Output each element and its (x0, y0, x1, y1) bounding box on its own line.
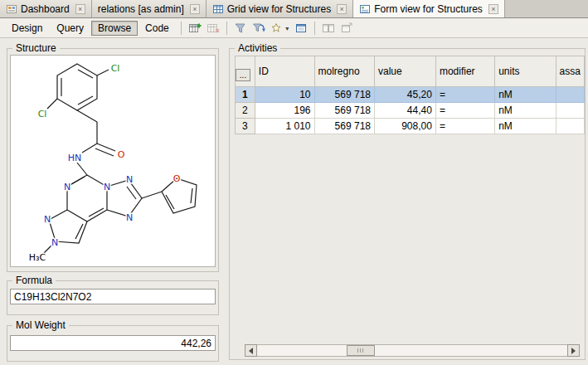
cell-molregno[interactable]: 569 718 (314, 119, 374, 134)
row-header[interactable]: 3 (236, 119, 255, 134)
tab-label: Form view for Structures (374, 3, 483, 15)
toolbar-separator (181, 22, 182, 35)
tab-grid-view[interactable]: Grid view for Structures × (207, 0, 353, 17)
design-button[interactable]: Design (5, 21, 49, 36)
scroll-right-button[interactable] (567, 344, 580, 357)
scrollbar-track[interactable] (257, 344, 567, 357)
cell-units[interactable]: nM (495, 119, 556, 134)
atom-label: HN (68, 153, 82, 163)
edit-filter-icon[interactable] (250, 20, 267, 36)
new-view-icon[interactable] (187, 20, 203, 36)
cell-units[interactable]: nM (495, 103, 556, 119)
cell-units[interactable]: nM (495, 87, 556, 103)
tab-close-icon[interactable]: × (75, 4, 85, 14)
scroll-right-icon (571, 348, 576, 354)
atom-label: N (104, 182, 110, 192)
activities-group: Activities ... ID molregno value modifie… (229, 48, 586, 360)
views-icon[interactable] (205, 20, 221, 36)
structure-group-title: Structure (12, 42, 60, 54)
atom-label: O (118, 149, 125, 160)
atom-label: Cl (38, 109, 47, 119)
toolbar-separator (314, 22, 315, 35)
formula-group-title: Formula (12, 275, 56, 286)
cell-modifier[interactable]: = (435, 87, 494, 103)
cell-assay[interactable] (556, 119, 584, 134)
grid-view-icon (212, 3, 224, 15)
favorites-icon[interactable]: ▾ (269, 20, 291, 36)
windows-icon[interactable] (293, 20, 309, 36)
activities-table: ... ID molregno value modifier units ass… (235, 56, 585, 134)
scroll-left-icon (249, 348, 253, 354)
table-row[interactable]: 1 10 569 718 45,20 = nM (236, 87, 585, 103)
cell-value[interactable]: 908,00 (375, 119, 436, 134)
structure-drawing: Cl Cl O HN N N N N O N N H₃C (11, 56, 215, 266)
table-row[interactable]: 3 1 010 569 718 908,00 = nM (236, 119, 585, 134)
mol-weight-field[interactable] (10, 335, 216, 351)
column-header-molregno[interactable]: molregno (314, 56, 374, 87)
tab-label: relations [as admin] (98, 3, 184, 15)
scrollbar-thumb[interactable] (347, 345, 375, 356)
document-tab-bar: Dashboard × relations [as admin] × Grid … (0, 0, 588, 18)
tab-dashboard[interactable]: Dashboard × (0, 0, 92, 17)
mol-weight-group: Mol Weight (7, 325, 219, 362)
tab-form-view[interactable]: Form view for Structures × (353, 0, 505, 17)
cell-modifier[interactable]: = (435, 119, 494, 134)
structure-group: Structure (7, 48, 219, 272)
atom-label: N (44, 214, 51, 225)
cell-assay[interactable] (556, 103, 584, 119)
atom-label: N (51, 237, 58, 248)
atom-label: N (64, 182, 70, 192)
column-header-value[interactable]: value (375, 56, 436, 87)
atom-label: N (126, 174, 133, 185)
cell-id[interactable]: 196 (255, 103, 314, 119)
atom-label: O (173, 173, 181, 184)
tab-label: Dashboard (21, 3, 70, 15)
atom-label: H₃C (29, 252, 46, 263)
cell-assay[interactable] (556, 87, 584, 103)
form-view-icon (359, 3, 371, 15)
mol-weight-group-title: Mol Weight (12, 319, 69, 331)
tab-label: Grid view for Structures (227, 3, 331, 15)
formula-group: Formula (7, 280, 219, 315)
atom-label: Cl (111, 63, 120, 74)
tab-relations[interactable]: relations [as admin] × (92, 0, 207, 17)
code-button[interactable]: Code (138, 21, 176, 36)
cell-value[interactable]: 45,20 (375, 87, 436, 103)
formula-field[interactable] (10, 289, 216, 304)
column-header-assay[interactable]: assa (556, 56, 584, 87)
filter-icon[interactable] (232, 20, 249, 36)
row-header[interactable]: 2 (236, 103, 255, 119)
column-header-id[interactable]: ID (255, 56, 314, 87)
row-header[interactable]: 1 (236, 87, 255, 103)
toolbar-separator (226, 22, 227, 35)
horizontal-scrollbar[interactable] (245, 344, 580, 357)
tab-close-icon[interactable]: × (190, 4, 200, 14)
cell-id[interactable]: 1 010 (255, 119, 314, 134)
structure-viewer[interactable]: Cl Cl O HN N N N N O N N H₃C (10, 55, 216, 267)
table-header-row: ... ID molregno value modifier units ass… (236, 56, 585, 87)
cell-value[interactable]: 44,40 (375, 103, 436, 119)
table-row[interactable]: 2 196 569 718 44,40 = nM (236, 103, 585, 119)
cell-id[interactable]: 10 (255, 87, 314, 103)
column-header-units[interactable]: units (495, 56, 556, 87)
column-chooser-button[interactable]: ... (236, 69, 250, 81)
cell-modifier[interactable]: = (435, 103, 494, 119)
cell-molregno[interactable]: 569 718 (314, 103, 374, 119)
scroll-left-button[interactable] (245, 344, 257, 357)
browse-button[interactable]: Browse (91, 21, 138, 36)
cell-molregno[interactable]: 569 718 (314, 87, 374, 103)
dashboard-icon (6, 3, 17, 15)
atom-label: N (126, 212, 133, 223)
tab-close-icon[interactable]: × (488, 4, 498, 14)
query-button[interactable]: Query (50, 21, 90, 36)
activities-group-title: Activities (235, 42, 280, 54)
form-view-content: Structure (0, 38, 588, 365)
tab-close-icon[interactable]: × (337, 4, 347, 14)
caret-down-icon: ▾ (285, 25, 289, 32)
main-toolbar: Design Query Browse Code (0, 19, 588, 38)
detach-window-icon[interactable] (338, 20, 355, 36)
column-header-modifier[interactable]: modifier (435, 56, 494, 87)
tile-windows-icon[interactable] (320, 20, 337, 36)
